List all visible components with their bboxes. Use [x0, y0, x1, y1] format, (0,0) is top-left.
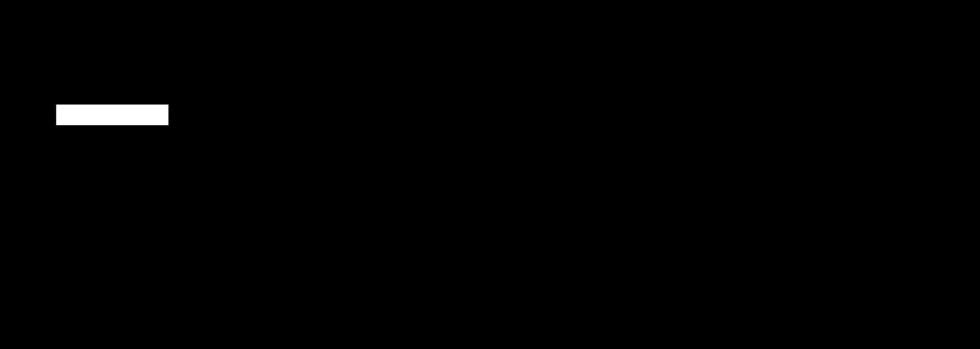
chart-plot-area[interactable]: [0, 0, 980, 349]
mt4-chart-window: [0, 0, 980, 349]
watermark-label: [56, 105, 168, 125]
